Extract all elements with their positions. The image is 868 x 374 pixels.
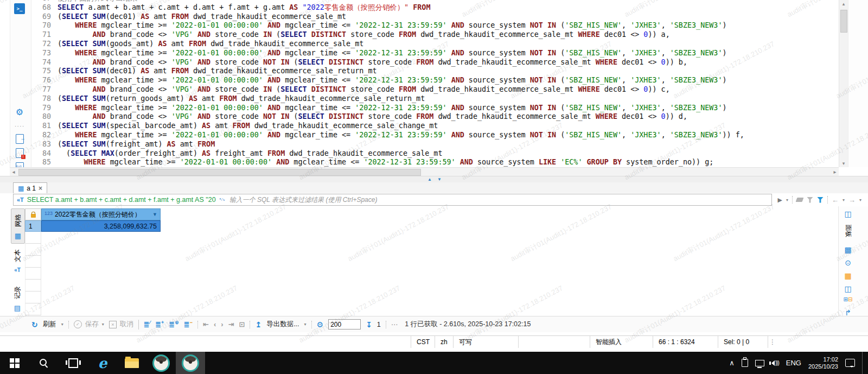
editor-horizontal-scrollbar[interactable]: ◂ ▸ [10,167,839,176]
collapse-up-icon[interactable]: ▲ [427,178,432,182]
usb-device-icon[interactable] [742,359,748,367]
status-segment[interactable]: 智能插入 [590,336,653,348]
clear-filter-icon[interactable] [796,198,804,202]
next-row-icon[interactable]: › [221,320,223,328]
status-segment[interactable]: zh [435,336,453,348]
task-view-button[interactable] [59,352,88,374]
collapse-down-icon[interactable]: ▼ [437,178,442,182]
results-tab[interactable]: ▦ a 1 × [13,182,47,193]
scroll-up-icon[interactable]: ▴ [839,0,848,8]
save-caret-icon: ▾ [102,322,104,327]
status-segment[interactable]: 66 : 1 : 6324 [653,336,718,348]
view-tab-grid[interactable]: 网格 ▦ [11,208,25,244]
last-row-icon[interactable]: ⇥ [228,320,234,328]
language-indicator[interactable]: ENG [786,359,801,367]
more-dots-icon[interactable]: ···· [14,121,25,131]
aggregate-panel-icon[interactable]: ▦ [842,271,854,280]
export-icon[interactable]: ↥ [255,320,261,329]
panels-icon[interactable]: ◫ [842,210,854,218]
status-segment[interactable]: Sel: 0 | 0 [718,336,768,348]
export-caret-icon[interactable]: ▾ [304,322,307,327]
cell-value: 3,258,099,632.75 [104,223,157,230]
taskbar-clock[interactable]: 17:02 2025/10/23 [808,356,838,370]
editor-lines[interactable]: 67使用下面的算式导出结果68SELECT a.amt + b.amt + c.… [30,0,835,167]
file-explorer-button[interactable] [117,352,146,374]
empty-row-header[interactable] [25,244,41,256]
code-line: 83(SELECT SUM(freight_amt) AS amt FROM [30,140,835,149]
empty-row-header[interactable] [25,268,41,280]
row-header[interactable]: 1 [25,220,41,232]
delete-row-icon[interactable]: ≣− [184,320,193,328]
close-tab-icon[interactable]: × [39,185,42,192]
internet-explorer-button[interactable]: e [88,352,117,374]
refresh-caret-icon[interactable]: ▾ [61,322,63,327]
empty-row-header[interactable] [25,280,41,291]
nav-forward-caret-icon[interactable]: ▾ [859,198,861,202]
taskbar-search-button[interactable] [29,352,59,374]
script-error-icon[interactable] [14,148,25,159]
scrollbar-thumb[interactable] [18,169,421,176]
scroll-right-icon[interactable]: ▸ [831,168,839,176]
calc-panel-icon[interactable]: ⊙ [842,258,854,267]
sql-editor[interactable]: >_ ⚙ ···· 67使用下面的算式导出结果68SELECT a.amt + … [0,0,868,176]
dbeaver-button-active[interactable] [176,352,205,374]
cancel-button[interactable]: × 取消 [109,320,133,329]
custom-filter-icon[interactable] [807,197,813,203]
sql-console-icon[interactable]: >_ [14,3,25,14]
previous-row-icon[interactable]: ‹ [214,320,216,328]
fetch-size-input[interactable] [328,319,361,329]
dbeaver-button[interactable] [146,352,176,374]
gear-icon[interactable]: ⚙ [14,106,25,117]
empty-row-header[interactable] [25,291,41,303]
fetch-segment-icon[interactable]: ↧ [366,320,372,329]
focus-cell-icon[interactable]: ⊡ [239,320,245,328]
apply-filter-icon[interactable]: ▶ [777,196,782,204]
duplicate-row-icon[interactable]: ≣⊕ [169,320,178,328]
view-tab-record[interactable]: 记录 ▤ [11,281,24,315]
expand-filter-icon[interactable]: ↖↘ [219,198,226,202]
start-button[interactable] [0,352,29,374]
view-tab-text[interactable]: 文本 «T [11,244,24,276]
scroll-left-icon[interactable]: ◂ [10,168,17,176]
sort-dropdown-icon[interactable]: ▼ [152,212,157,217]
layout-panel-icon[interactable]: ◫ [842,284,854,293]
export-data-button[interactable]: 导出数据... [266,320,299,329]
empty-row-header[interactable] [25,232,41,244]
add-row-icon[interactable]: ≣+ [155,320,164,328]
nav-forward-icon[interactable]: → [848,196,856,204]
grid-cell-selected[interactable]: 3,258,099,632.75 [41,220,161,232]
statusbar-menu-icon[interactable]: ⋮ [768,336,777,348]
grid-corner-cell[interactable] [25,208,41,220]
refresh-button[interactable]: 刷新 [43,320,56,329]
nav-back-icon[interactable]: ← [832,196,839,204]
editor-vertical-scrollbar[interactable]: ▴ ▾ [839,0,848,167]
status-segment[interactable]: 可写 [453,336,518,348]
volume-icon[interactable]: ))) [771,360,779,366]
network-icon[interactable] [755,360,764,366]
filters-menu-icon[interactable] [817,197,824,203]
save-check-icon: ✓ [74,320,82,328]
first-row-icon[interactable]: ⇤ [203,320,209,328]
column-header[interactable]: 123 2022零售金额（按照分销价） ▼ [41,208,161,220]
tray-chevron-icon[interactable]: ∧ [729,359,735,367]
show-desktop-button[interactable] [862,352,865,374]
refresh-icon[interactable]: ↻ [31,320,38,329]
save-button[interactable]: ✓ 保存 ▾ [74,320,104,329]
execute-script-icon[interactable] [14,134,25,144]
toolbar-overflow-icon[interactable]: ⋯ [391,320,398,328]
code-line: 77 AND brand_code <> 'VPG' AND store_cod… [30,85,835,94]
filter-sql-text: SELECT a.amt + b.amt + c.amt + d.amt + f… [27,196,216,204]
grouping-panel-icon[interactable]: ⊞⊟ [842,296,854,302]
edit-cell-icon[interactable]: ≣∕ [144,320,150,328]
settings-gear-icon[interactable]: ⚙ [317,320,324,329]
filter-history-caret-icon[interactable]: ▾ [786,198,788,202]
status-segment[interactable]: CST [411,336,435,348]
empty-row-header[interactable] [25,303,41,315]
filter-input[interactable]: «T SELECT a.amt + b.amt + c.amt + d.amt … [13,194,772,206]
nav-back-caret-icon[interactable]: ▾ [843,198,845,202]
notification-center-icon[interactable] [845,359,855,367]
empty-row-header[interactable] [25,256,41,268]
scrollbar-thumb[interactable] [840,10,847,33]
scroll-down-icon[interactable]: ▾ [839,160,848,167]
value-viewer-icon[interactable]: ▩ [842,245,854,254]
